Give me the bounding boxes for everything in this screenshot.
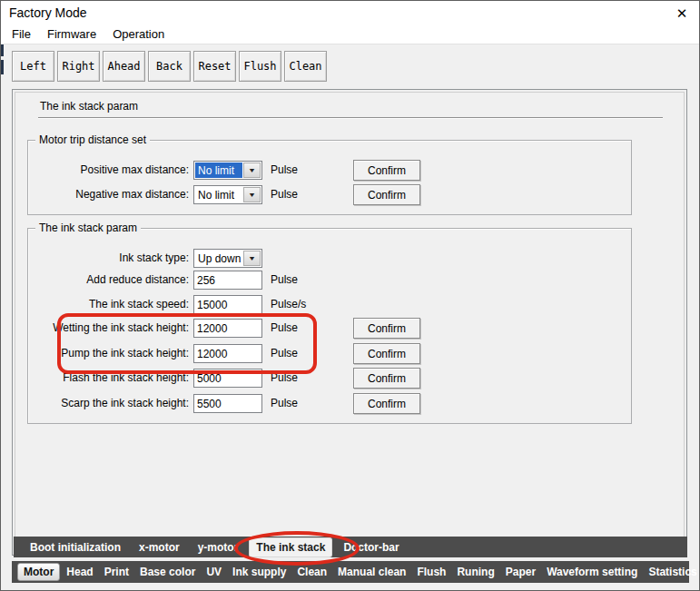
flash-height-confirm-button[interactable]: Confirm <box>353 368 420 389</box>
negative-max-distance-label: Negative max distance: <box>37 188 189 201</box>
tab-motor[interactable]: Motor <box>17 563 60 581</box>
ink-stack-group-title: The ink stack param <box>35 222 141 234</box>
pump-height-label: Pump the ink stack height: <box>37 347 189 360</box>
wetting-height-input[interactable] <box>193 319 262 338</box>
menu-operation[interactable]: Operation <box>104 25 173 44</box>
motor-trip-distance-group: Motor trip distance set Positive max dis… <box>27 140 632 215</box>
positive-max-distance-select[interactable]: No limit ▼ <box>193 161 262 180</box>
scarp-height-confirm-button[interactable]: Confirm <box>353 393 420 414</box>
tab-manual-clean[interactable]: Manual clean <box>332 566 411 578</box>
ink-stack-speed-unit: Pulse/s <box>271 298 306 310</box>
tab-y-motor[interactable]: y-motor <box>189 541 248 554</box>
motor-trip-group-title: Motor trip distance set <box>35 133 150 146</box>
chevron-down-icon: ▼ <box>248 192 256 198</box>
tab-print[interactable]: Print <box>99 566 134 578</box>
tab-the-ink-stack[interactable]: The ink stack <box>250 538 331 557</box>
tab-ink-supply[interactable]: Ink supply <box>227 566 291 578</box>
wetting-height-unit: Pulse <box>271 321 298 334</box>
main-tab-bar: Motor Head Print Base color UV Ink suppl… <box>12 561 689 583</box>
wetting-height-label: Wetting the ink stack height: <box>37 321 189 334</box>
tab-base-color[interactable]: Base color <box>134 566 201 578</box>
negative-max-distance-unit: Pulse <box>271 188 298 201</box>
dropdown-button[interactable]: ▼ <box>243 187 261 202</box>
negative-max-distance-value: No limit <box>195 187 242 202</box>
ink-stack-type-label: Ink stack type: <box>37 251 189 264</box>
tab-doctor-bar[interactable]: Doctor-bar <box>334 541 408 554</box>
title-bar: Factory Mode ✕ <box>1 1 699 25</box>
ink-stack-tab-page: The ink stack param Motor trip distance … <box>12 89 687 556</box>
menu-bar: File Firmware Operation <box>1 25 699 44</box>
flash-height-unit: Pulse <box>271 371 298 384</box>
window-title: Factory Mode <box>9 5 87 20</box>
chevron-down-icon: ▼ <box>248 167 256 173</box>
positive-max-distance-confirm-button[interactable]: Confirm <box>353 160 420 181</box>
menu-file[interactable]: File <box>4 25 39 44</box>
menu-firmware[interactable]: Firmware <box>39 25 104 44</box>
pump-height-unit: Pulse <box>271 347 298 360</box>
tab-statistics[interactable]: Statistics <box>643 566 700 578</box>
positive-max-distance-value: No limit <box>195 163 242 178</box>
pump-height-confirm-button[interactable]: Confirm <box>353 343 420 364</box>
reset-button[interactable]: Reset <box>193 51 236 82</box>
page-heading-label: The ink stack param <box>38 100 663 113</box>
negative-max-distance-select[interactable]: No limit ▼ <box>193 185 262 204</box>
add-reduce-distance-label: Add reduce distance: <box>37 273 189 286</box>
negative-max-distance-confirm-button[interactable]: Confirm <box>353 184 420 205</box>
factory-mode-window: Factory Mode ✕ File Firmware Operation L… <box>0 0 700 591</box>
heading-separator <box>38 117 663 119</box>
tab-uv[interactable]: UV <box>201 566 227 578</box>
add-reduce-distance-unit: Pulse <box>271 273 298 286</box>
flush-button[interactable]: Flush <box>239 51 281 82</box>
ink-stack-type-value: Up down <box>195 251 242 266</box>
ink-stack-speed-label: The ink stack speed: <box>37 298 189 310</box>
back-button[interactable]: Back <box>148 51 191 82</box>
ink-stack-param-group: The ink stack param Ink stack type: Up d… <box>27 228 632 424</box>
scarp-height-unit: Pulse <box>271 397 298 409</box>
tab-clean[interactable]: Clean <box>291 566 332 578</box>
tab-x-motor[interactable]: x-motor <box>130 541 189 554</box>
flash-height-label: Flash the ink stack height: <box>37 371 189 384</box>
dropdown-button[interactable]: ▼ <box>243 163 261 178</box>
tab-flush[interactable]: Flush <box>411 566 451 578</box>
left-button[interactable]: Left <box>12 51 54 82</box>
tab-waveform-setting[interactable]: Waveform setting <box>541 566 643 578</box>
close-icon[interactable]: ✕ <box>672 4 692 24</box>
flash-height-input[interactable] <box>193 369 262 388</box>
sub-tab-bar: Boot initialization x-motor y-motor The … <box>14 537 687 557</box>
tab-head[interactable]: Head <box>61 566 98 578</box>
wetting-height-confirm-button[interactable]: Confirm <box>353 318 420 339</box>
toolbar-grip <box>1 44 4 56</box>
scarp-height-label: Scarp the ink stack height: <box>37 397 189 409</box>
pump-height-input[interactable] <box>193 344 262 363</box>
positive-max-distance-label: Positive max distance: <box>37 163 189 176</box>
ink-stack-type-select[interactable]: Up down ▼ <box>193 249 262 268</box>
dropdown-button[interactable]: ▼ <box>243 251 261 266</box>
positive-max-distance-unit: Pulse <box>271 163 298 176</box>
chevron-down-icon: ▼ <box>248 255 256 261</box>
tab-the-ink-stack-label: The ink stack <box>256 541 325 554</box>
tab-paper[interactable]: Paper <box>500 566 541 578</box>
toolbar: Left Right Ahead Back Reset Flush Clean <box>1 44 699 90</box>
clean-button[interactable]: Clean <box>284 51 327 82</box>
scarp-height-input[interactable] <box>193 394 262 413</box>
page-heading: The ink stack param <box>38 100 663 119</box>
toolbar-grip <box>1 60 4 74</box>
right-button[interactable]: Right <box>57 51 100 82</box>
add-reduce-distance-input[interactable] <box>193 271 262 290</box>
tab-runing[interactable]: Runing <box>451 566 499 578</box>
ahead-button[interactable]: Ahead <box>103 51 145 82</box>
ink-stack-speed-input[interactable] <box>193 295 262 314</box>
tab-boot-initialization[interactable]: Boot initialization <box>21 541 130 554</box>
